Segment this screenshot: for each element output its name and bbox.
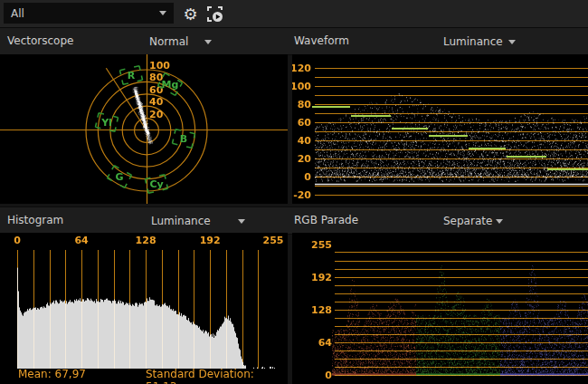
chevron-down-icon	[204, 40, 212, 44]
histogram-mode-select[interactable]: Luminance	[151, 207, 245, 234]
rgb-parade-mode-value: Separate	[443, 215, 492, 227]
video-scopes-panel: All ⚙ Vectorscope Normal Waveform Lumina…	[0, 0, 588, 384]
vectorscope-mode-value: Normal	[149, 35, 188, 48]
waveform-mode-value: Luminance	[443, 35, 503, 48]
histogram-display	[0, 233, 288, 384]
gear-icon: ⚙	[183, 5, 197, 24]
chevron-down-icon	[508, 40, 516, 44]
scope-source-value: All	[11, 7, 24, 20]
rgb-parade-mode-select[interactable]: Separate	[443, 207, 503, 234]
waveform-mode-select[interactable]: Luminance	[443, 28, 516, 54]
chevron-down-icon	[159, 11, 166, 15]
rgb-parade-display	[292, 233, 588, 384]
chevron-down-icon	[496, 219, 503, 224]
waveform-display	[292, 54, 588, 204]
histogram-mode-value: Luminance	[151, 215, 211, 227]
toolbar: All ⚙	[0, 0, 588, 28]
waveform-title: Waveform	[294, 28, 349, 54]
vectorscope-title: Vectorscope	[7, 28, 73, 54]
preview-play-icon	[206, 5, 223, 23]
settings-button[interactable]: ⚙	[179, 3, 202, 25]
chevron-down-icon	[238, 219, 245, 224]
rgb-parade-title: RGB Parade	[294, 207, 358, 234]
histogram-title: Histogram	[7, 207, 63, 234]
vectorscope-mode-select[interactable]: Normal	[149, 28, 212, 54]
scope-source-select[interactable]: All	[4, 3, 174, 24]
scope-headers-bottom: Histogram Luminance RGB Parade Separate	[0, 206, 588, 235]
vectorscope-display	[0, 54, 288, 204]
preview-button[interactable]	[204, 3, 226, 25]
scope-headers-top: Vectorscope Normal Waveform Luminance	[0, 28, 588, 55]
